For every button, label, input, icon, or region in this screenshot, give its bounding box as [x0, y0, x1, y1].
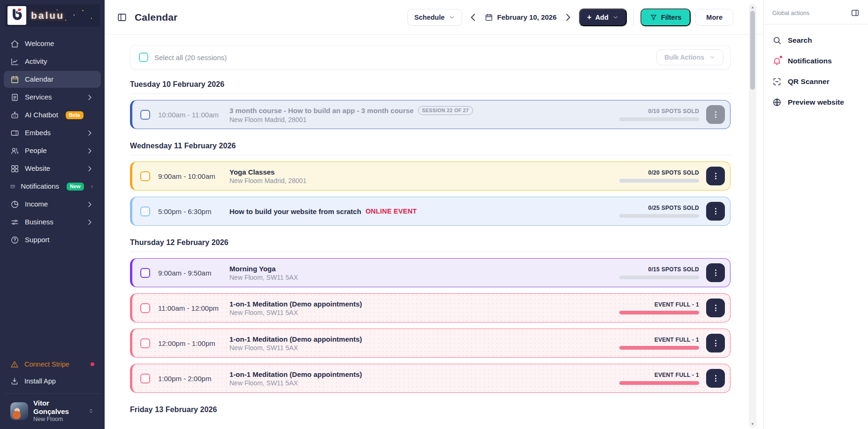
session-location: New Floom, SW11 5AX: [229, 344, 362, 352]
session-time: 5:00pm - 6:30pm: [158, 207, 229, 215]
schedule-view-dropdown[interactable]: Schedule: [407, 9, 462, 26]
spots-sold-label: 0/25 SPOTS SOLD: [648, 205, 699, 211]
session-card[interactable]: 9:00am - 10:00amYoga ClassesNew Floom Ma…: [130, 161, 731, 191]
collapse-sidebar-icon[interactable]: [117, 12, 127, 23]
sidebar-item-people[interactable]: People: [4, 142, 101, 159]
stripe-alert-dot: [91, 362, 94, 366]
spots-progress-bar: [619, 381, 699, 385]
main-area: Calendar Schedule February 10, 2026 + Ad…: [105, 0, 763, 429]
sidebar-item-label: Services: [25, 92, 52, 102]
sidebar-item-services[interactable]: Services: [4, 89, 101, 106]
day-divider: [130, 155, 731, 155]
chevron-right-icon: [85, 146, 94, 155]
global-action-search[interactable]: Search: [772, 32, 860, 49]
add-button[interactable]: + Add: [579, 8, 627, 26]
vertical-scrollbar[interactable]: ▲ ▼: [749, 4, 756, 428]
session-checkbox[interactable]: [140, 207, 150, 216]
sidebar: baluu WelcomeActivityCalendarServicesAI …: [0, 0, 105, 429]
session-card[interactable]: 1:00pm - 2:00pm1-on-1 Meditation (Demo a…: [130, 364, 731, 393]
session-menu-button[interactable]: [706, 299, 725, 317]
session-right: EVENT FULL - 1: [619, 299, 725, 317]
scan-icon: [772, 77, 782, 86]
session-info: How to build your website from scratchON…: [229, 207, 417, 215]
collapse-panel-icon[interactable]: [851, 8, 860, 17]
session-card[interactable]: 9:00am - 9:50amMorning YogaNew Floom, SW…: [130, 258, 731, 287]
badge-new: New: [67, 183, 84, 191]
sidebar-item-label: People: [25, 146, 47, 155]
session-menu-button[interactable]: [706, 369, 725, 388]
date-picker[interactable]: February 10, 2026: [484, 13, 558, 22]
day-heading: Friday 13 February 2026: [130, 405, 731, 414]
embeds-icon: [10, 129, 19, 138]
select-all-checkbox[interactable]: [139, 53, 148, 62]
more-button[interactable]: More: [695, 9, 733, 26]
spots-progress-bar: [619, 346, 699, 350]
sidebar-item-support[interactable]: Support: [4, 231, 101, 248]
session-info: 3 month course - How to build an app - 3…: [229, 106, 473, 123]
chevron-right-icon: [85, 200, 94, 209]
bell-icon: [772, 56, 782, 66]
sidebar-item-label: AI Chatbot: [25, 110, 58, 120]
session-menu-button[interactable]: [706, 105, 725, 124]
calendar-icon: [485, 13, 493, 22]
sidebar-item-business[interactable]: Business: [4, 214, 101, 230]
sidebar-item-notifications[interactable]: NotificationsNew: [4, 178, 101, 195]
sidebar-item-income[interactable]: Income: [4, 196, 101, 213]
session-checkbox[interactable]: [140, 110, 150, 120]
prev-date-button[interactable]: [467, 11, 479, 23]
session-menu-button[interactable]: [706, 202, 725, 221]
user-meta: Vitor Gonçalves New Floom: [33, 399, 83, 423]
sidebar-item-label: Activity: [25, 57, 47, 66]
next-date-button[interactable]: [562, 11, 574, 23]
day-divider: [130, 93, 731, 94]
session-card[interactable]: 10:00am - 11:00am3 month course - How to…: [130, 100, 731, 129]
sidebar-item-label: Welcome: [25, 39, 54, 48]
scrollbar-thumb[interactable]: [750, 11, 755, 90]
brand-logo-icon: [8, 6, 26, 25]
scroll-down-arrow[interactable]: ▼: [749, 421, 756, 427]
sessions-content: Select all (20 sessions) Bulk Actions Tu…: [105, 35, 763, 429]
spots-progress-bar: [619, 214, 699, 218]
session-menu-button[interactable]: [706, 263, 725, 282]
brand-wordmark: baluu: [31, 10, 64, 21]
session-menu-button[interactable]: [706, 334, 725, 352]
session-card[interactable]: 5:00pm - 6:30pmHow to build your website…: [130, 197, 731, 226]
search-icon: [772, 36, 782, 45]
session-menu-button[interactable]: [706, 167, 725, 185]
global-action-preview-website[interactable]: Preview website: [772, 94, 860, 111]
sidebar-item-label: Support: [25, 235, 50, 245]
sidebar-item-calendar[interactable]: Calendar: [4, 71, 101, 88]
chevron-right-icon: [85, 218, 94, 227]
sidebar-item-welcome[interactable]: Welcome: [4, 35, 101, 52]
connect-stripe-button[interactable]: Connect Stripe: [4, 356, 101, 373]
filters-label: Filters: [661, 14, 682, 21]
sidebar-item-activity[interactable]: Activity: [4, 53, 101, 70]
session-card[interactable]: 12:00pm - 1:00pm1-on-1 Meditation (Demo …: [130, 329, 731, 358]
sidebar-item-embeds[interactable]: Embeds: [4, 124, 101, 141]
session-checkbox[interactable]: [140, 338, 150, 348]
session-checkbox[interactable]: [140, 374, 150, 383]
install-app-button[interactable]: Install App: [4, 373, 101, 390]
divider: [633, 9, 634, 26]
global-action-qr-scanner[interactable]: QR Scanner: [772, 73, 860, 90]
scroll-up-arrow[interactable]: ▲: [749, 5, 756, 10]
session-location: New Floom Madrid, 28001: [229, 116, 473, 123]
global-action-notifications[interactable]: Notifications: [772, 53, 860, 69]
page-title: Calendar: [135, 12, 177, 23]
session-title: 1-on-1 Meditation (Demo appointments): [229, 335, 362, 343]
spots-progress-bar: [619, 311, 699, 314]
bulk-actions-dropdown[interactable]: Bulk Actions: [656, 49, 723, 65]
spots-sold-label: EVENT FULL - 1: [655, 337, 699, 343]
user-menu[interactable]: Vitor Gonçalves New Floom: [4, 393, 101, 429]
session-checkbox[interactable]: [140, 303, 150, 313]
session-checkbox[interactable]: [140, 268, 150, 278]
session-card[interactable]: 11:00am - 12:00pm1-on-1 Meditation (Demo…: [130, 293, 731, 322]
day-heading: Wednesday 11 February 2026: [130, 141, 731, 151]
sidebar-item-website[interactable]: Website: [4, 160, 101, 177]
brand-logo[interactable]: baluu: [5, 4, 100, 27]
session-checkbox[interactable]: [140, 171, 150, 181]
filters-button[interactable]: Filters: [640, 8, 691, 26]
spots-sold-label: 0/10 SPOTS SOLD: [648, 108, 699, 115]
mail-icon: [10, 182, 15, 191]
sidebar-item-ai-chatbot[interactable]: AI ChatbotBeta: [4, 107, 101, 123]
